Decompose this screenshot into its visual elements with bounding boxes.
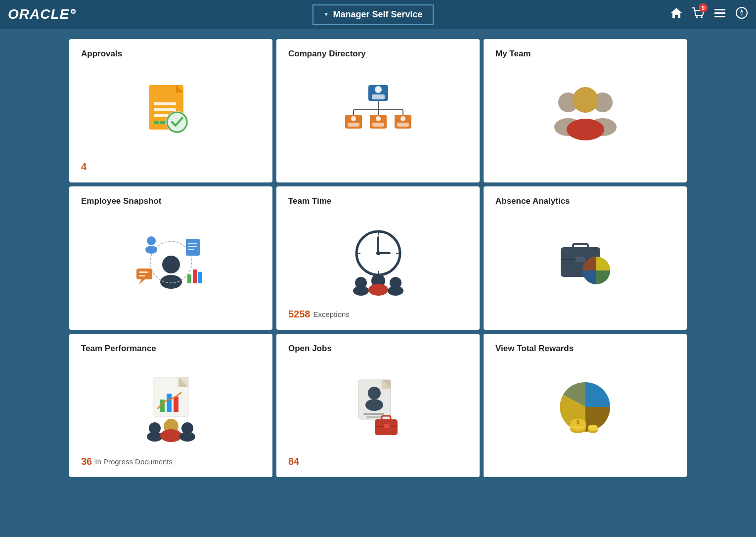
oracle-logo: ORACLE® xyxy=(8,6,76,22)
svg-rect-32 xyxy=(372,123,384,127)
svg-point-86 xyxy=(160,429,182,442)
svg-rect-17 xyxy=(154,121,159,124)
employee-snapshot-title: Employee Snapshot xyxy=(81,196,261,206)
svg-rect-81 xyxy=(167,394,172,412)
view-total-rewards-title: View Total Rewards xyxy=(495,344,675,354)
svg-point-1 xyxy=(696,16,698,18)
menu-icon[interactable] xyxy=(713,6,726,22)
svg-marker-8 xyxy=(740,13,743,17)
svg-rect-35 xyxy=(397,123,409,127)
cart-badge: 9 xyxy=(699,3,708,12)
header: ORACLE® ▼ Manager Self Service 9 xyxy=(0,0,756,29)
team-performance-icon-area xyxy=(81,358,261,455)
header-center: ▼ Manager Self Service xyxy=(312,4,434,25)
my-team-footer xyxy=(495,161,675,173)
svg-text:$: $ xyxy=(577,420,579,425)
svg-rect-29 xyxy=(348,123,359,127)
svg-marker-7 xyxy=(740,9,743,13)
approvals-tile[interactable]: Approvals xyxy=(69,39,272,182)
svg-point-43 xyxy=(160,275,182,289)
employee-snapshot-tile[interactable]: Employee Snapshot xyxy=(69,186,272,330)
cart-icon[interactable]: 9 xyxy=(692,6,705,22)
nav-title-button[interactable]: ▼ Manager Self Service xyxy=(312,4,434,25)
svg-rect-94 xyxy=(363,413,384,415)
svg-point-20 xyxy=(375,86,382,93)
open-jobs-title: Open Jobs xyxy=(288,344,468,354)
svg-rect-3 xyxy=(714,9,725,10)
svg-point-71 xyxy=(388,286,403,296)
employee-snapshot-footer xyxy=(81,308,261,320)
svg-rect-75 xyxy=(576,257,585,262)
header-left: ORACLE® xyxy=(8,6,76,22)
svg-point-53 xyxy=(145,246,157,254)
svg-rect-49 xyxy=(187,274,191,283)
company-directory-icon xyxy=(344,83,413,142)
compass-icon[interactable] xyxy=(735,6,748,22)
svg-point-42 xyxy=(162,256,180,273)
svg-rect-56 xyxy=(139,271,148,273)
svg-point-40 xyxy=(573,87,598,113)
svg-rect-50 xyxy=(193,269,197,283)
employee-snapshot-icon-area xyxy=(81,211,261,308)
approvals-number: 4 xyxy=(81,161,87,173)
svg-rect-4 xyxy=(714,12,725,14)
company-directory-footer xyxy=(288,161,468,173)
view-total-rewards-tile[interactable]: View Total Rewards xyxy=(484,334,687,477)
svg-rect-21 xyxy=(372,94,385,99)
svg-rect-5 xyxy=(714,16,725,17)
my-team-icon xyxy=(553,83,618,142)
svg-point-84 xyxy=(147,432,163,442)
svg-point-34 xyxy=(400,116,405,121)
approvals-icon xyxy=(141,83,201,142)
team-performance-tile[interactable]: Team Performance xyxy=(69,334,272,477)
svg-rect-46 xyxy=(188,243,197,244)
team-performance-number: 36 xyxy=(81,456,92,467)
svg-rect-51 xyxy=(198,272,202,283)
team-time-icon-area xyxy=(288,211,468,308)
absence-analytics-tile[interactable]: Absence Analytics xyxy=(484,186,687,330)
nav-title-label: Manager Self Service xyxy=(333,9,423,20)
svg-point-93 xyxy=(365,399,383,411)
approvals-icon-area xyxy=(81,64,261,161)
svg-point-31 xyxy=(376,116,381,121)
absence-analytics-title: Absence Analytics xyxy=(495,196,675,206)
svg-point-107 xyxy=(588,425,598,430)
team-time-icon xyxy=(346,227,410,292)
svg-rect-11 xyxy=(154,102,176,105)
open-jobs-footer: 84 xyxy=(288,455,468,467)
my-team-icon-area xyxy=(495,64,675,161)
absence-analytics-footer xyxy=(495,308,675,320)
nav-dropdown-arrow: ▼ xyxy=(323,11,329,18)
main-content: Approvals xyxy=(0,29,756,487)
home-icon[interactable] xyxy=(670,6,683,22)
svg-point-88 xyxy=(179,432,195,442)
svg-rect-99 xyxy=(384,424,390,428)
view-total-rewards-icon-area: $ xyxy=(495,358,675,455)
svg-marker-0 xyxy=(671,8,682,18)
svg-rect-54 xyxy=(136,268,152,279)
svg-rect-47 xyxy=(188,246,197,247)
svg-point-2 xyxy=(701,16,703,18)
my-team-tile[interactable]: My Team xyxy=(484,39,687,182)
open-jobs-number: 84 xyxy=(288,456,299,467)
svg-point-28 xyxy=(351,116,356,121)
open-jobs-tile[interactable]: Open Jobs xyxy=(276,334,480,477)
svg-rect-18 xyxy=(160,121,165,124)
approvals-title: Approvals xyxy=(81,49,261,59)
total-rewards-icon: $ xyxy=(551,377,620,437)
absence-analytics-icon-area xyxy=(495,211,675,308)
header-right: 9 xyxy=(670,6,748,22)
company-directory-tile[interactable]: Company Directory xyxy=(276,39,480,182)
team-time-number: 5258 xyxy=(288,309,311,320)
team-performance-footer-text: In Progress Documents xyxy=(95,457,173,466)
my-team-title: My Team xyxy=(495,49,675,59)
svg-rect-13 xyxy=(154,114,169,117)
team-time-title: Team Time xyxy=(288,196,468,206)
employee-snapshot-icon xyxy=(134,230,208,289)
company-directory-title: Company Directory xyxy=(288,49,468,59)
approvals-footer: 4 xyxy=(81,161,261,173)
team-time-tile[interactable]: Team Time xyxy=(276,186,480,330)
team-time-footer: 5258 Exceptions xyxy=(288,308,468,320)
svg-point-92 xyxy=(368,387,381,400)
svg-rect-48 xyxy=(188,249,194,250)
